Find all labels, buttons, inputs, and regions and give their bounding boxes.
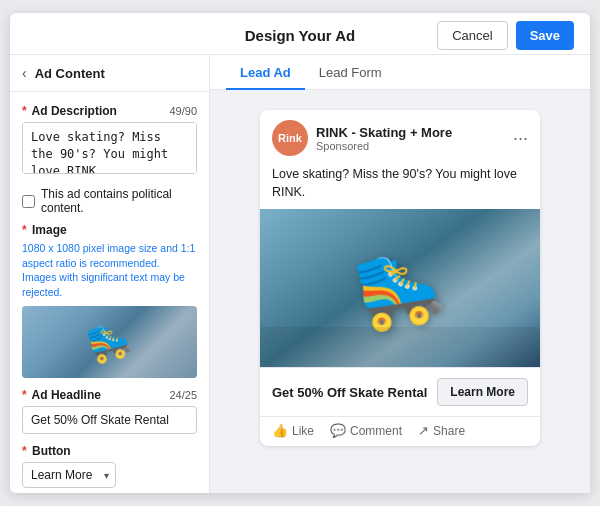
image-hint: 1080 x 1080 pixel image size and 1:1 asp… [22, 241, 197, 300]
like-label: Like [292, 424, 314, 438]
ad-headline-label: * Ad Headline 24/25 [22, 388, 197, 402]
required-marker-headline: * [22, 388, 27, 402]
ad-preview-image [260, 209, 540, 367]
political-checkbox-row: This ad contains political content. [22, 187, 197, 215]
modal-header: Design Your Ad Cancel Save [10, 13, 590, 55]
save-button[interactable]: Save [516, 21, 574, 50]
cancel-button[interactable]: Cancel [437, 21, 507, 50]
brand-info: RINK - Skating + More Sponsored [316, 125, 505, 152]
ad-preview-headline: Get 50% Off Skate Rental [272, 385, 427, 400]
image-section: * Image 1080 x 1080 pixel image size and… [22, 223, 197, 378]
left-panel-content: * Ad Description 49/90 This ad contains … [10, 92, 209, 493]
political-checkbox-label: This ad contains political content. [41, 187, 197, 215]
ad-description-counter: 49/90 [169, 105, 197, 117]
learn-more-button[interactable]: Learn More [437, 378, 528, 406]
brand-avatar: Rink [272, 120, 308, 156]
right-panel: Lead Ad Lead Form Rink RINK - Sk [210, 55, 590, 493]
modal-body: ‹ Ad Content * Ad Description 49/90 This… [10, 55, 590, 493]
select-wrapper: Learn More Sign Up Get Quote Subscribe A… [22, 462, 116, 488]
like-button[interactable]: 👍 Like [272, 423, 314, 438]
required-marker-image: * [22, 223, 27, 237]
left-panel-header: ‹ Ad Content [10, 55, 209, 92]
design-ad-modal: Design Your Ad Cancel Save ‹ Ad Content … [10, 13, 590, 493]
modal-title: Design Your Ad [245, 27, 356, 44]
tab-content: Rink RINK - Skating + More Sponsored ···… [210, 90, 590, 493]
tab-lead-form[interactable]: Lead Form [305, 55, 396, 90]
tabs-bar: Lead Ad Lead Form [210, 55, 590, 90]
ad-description-label: * Ad Description 49/90 [22, 104, 197, 118]
ad-description-section: * Ad Description 49/90 [22, 104, 197, 177]
button-select[interactable]: Learn More Sign Up Get Quote Subscribe A… [22, 462, 116, 488]
ad-card-header: Rink RINK - Skating + More Sponsored ··· [260, 110, 540, 162]
ad-copy-text: Love skating? Miss the 90's? You might l… [260, 162, 540, 209]
comment-icon: 💬 [330, 423, 346, 438]
sponsored-label: Sponsored [316, 140, 505, 152]
ad-headline-input[interactable] [22, 406, 197, 434]
ad-headline-section: * Ad Headline 24/25 [22, 388, 197, 434]
tab-lead-ad[interactable]: Lead Ad [226, 55, 305, 90]
share-button[interactable]: ↗ Share [418, 423, 465, 438]
modal-actions: Cancel Save [437, 21, 574, 50]
left-panel-title: Ad Content [35, 66, 105, 81]
ad-headline-counter: 24/25 [169, 389, 197, 401]
image-preview[interactable] [22, 306, 197, 378]
button-label: * Button [22, 444, 197, 458]
share-label: Share [433, 424, 465, 438]
card-menu-icon[interactable]: ··· [513, 128, 528, 149]
comment-label: Comment [350, 424, 402, 438]
ad-description-input[interactable] [22, 122, 197, 174]
like-icon: 👍 [272, 423, 288, 438]
button-section: * Button Learn More Sign Up Get Quote Su… [22, 444, 197, 488]
ad-preview-card: Rink RINK - Skating + More Sponsored ···… [260, 110, 540, 446]
ad-reactions-row: 👍 Like 💬 Comment ↗ Share [260, 416, 540, 446]
comment-button[interactable]: 💬 Comment [330, 423, 402, 438]
ad-cta-row: Get 50% Off Skate Rental Learn More [260, 367, 540, 416]
left-panel: ‹ Ad Content * Ad Description 49/90 This… [10, 55, 210, 493]
political-checkbox[interactable] [22, 195, 35, 208]
required-marker: * [22, 104, 27, 118]
back-arrow-icon[interactable]: ‹ [22, 65, 27, 81]
skate-image [22, 306, 197, 378]
required-marker-button: * [22, 444, 27, 458]
brand-name: RINK - Skating + More [316, 125, 505, 140]
image-label: * Image [22, 223, 197, 237]
button-select-row: Learn More Sign Up Get Quote Subscribe A… [22, 462, 197, 488]
share-icon: ↗ [418, 423, 429, 438]
